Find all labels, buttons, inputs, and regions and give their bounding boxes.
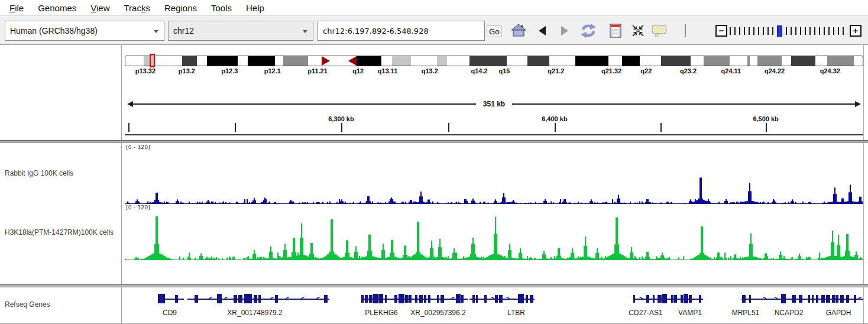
exon[interactable]	[495, 295, 498, 303]
exon[interactable]	[275, 295, 278, 303]
exon[interactable]	[658, 295, 662, 303]
exon[interactable]	[671, 295, 673, 303]
menu-help[interactable]: Help	[239, 3, 271, 13]
exon[interactable]	[854, 295, 856, 303]
refresh-button[interactable]	[579, 23, 597, 38]
exon[interactable]	[378, 294, 383, 303]
chromosome-ideogram[interactable]	[125, 56, 863, 66]
exon[interactable]	[244, 294, 252, 303]
exon[interactable]	[158, 294, 165, 303]
exon[interactable]	[681, 295, 683, 303]
exon[interactable]	[684, 294, 688, 303]
menu-tracks[interactable]: Tracks	[116, 3, 157, 13]
zoom-tick[interactable]	[739, 27, 740, 35]
exon[interactable]	[781, 294, 786, 303]
exon[interactable]	[821, 295, 825, 303]
exon[interactable]	[195, 295, 198, 303]
forward-button[interactable]	[556, 23, 574, 38]
tooltip-behavior-button[interactable]	[650, 23, 668, 38]
exon[interactable]	[808, 295, 810, 303]
exon[interactable]	[254, 295, 257, 303]
exon[interactable]	[419, 295, 423, 303]
exon[interactable]	[662, 294, 667, 303]
back-button[interactable]	[533, 23, 551, 38]
zoom-tick[interactable]	[730, 27, 731, 35]
menu-tools[interactable]: Tools	[204, 3, 239, 13]
exon[interactable]	[526, 295, 528, 303]
zoom-tick[interactable]	[734, 27, 736, 35]
exon[interactable]	[409, 295, 412, 303]
zoom-slider-thumb[interactable]	[777, 25, 782, 37]
exon[interactable]	[832, 295, 835, 303]
fit-to-window-button[interactable]	[629, 23, 647, 38]
exon[interactable]	[530, 295, 533, 303]
coverage-track-rabbit-igg[interactable]	[125, 149, 864, 204]
zoom-tick[interactable]	[819, 27, 820, 35]
exon[interactable]	[461, 295, 464, 303]
zoom-tick[interactable]	[744, 27, 745, 35]
exon[interactable]	[365, 295, 368, 303]
exon[interactable]	[840, 295, 844, 303]
current-region-marker[interactable]	[150, 54, 155, 67]
region-navigator-button[interactable]	[607, 23, 624, 38]
exon[interactable]	[234, 295, 237, 303]
exon[interactable]	[846, 295, 849, 303]
track-name-rabbit-igg[interactable]: Rabbit IgG 100K cells	[5, 169, 73, 177]
zoom-tick[interactable]	[838, 27, 839, 35]
zoom-slider[interactable]: − +	[715, 24, 861, 38]
exon[interactable]	[836, 295, 838, 303]
zoom-tick[interactable]	[758, 27, 759, 35]
zoom-tick-track[interactable]	[730, 25, 847, 37]
exon[interactable]	[742, 295, 746, 303]
genome-select[interactable]: Human (GRCh38/hg38)	[5, 21, 164, 41]
zoom-tick[interactable]	[753, 27, 754, 35]
exon[interactable]	[749, 295, 751, 303]
menu-genomes[interactable]: Genomes	[31, 3, 83, 13]
exon[interactable]	[653, 295, 655, 303]
exon[interactable]	[217, 294, 222, 303]
exon[interactable]	[369, 295, 373, 303]
exon[interactable]	[394, 295, 397, 303]
exon[interactable]	[238, 295, 242, 303]
zoom-tick[interactable]	[809, 27, 811, 35]
exon[interactable]	[699, 295, 701, 303]
menu-file[interactable]: File	[2, 3, 31, 13]
exon[interactable]	[437, 295, 439, 303]
zoom-in-button[interactable]: +	[850, 25, 861, 37]
exon[interactable]	[674, 295, 677, 303]
coverage-track-h3k18la[interactable]	[125, 208, 864, 260]
locus-input[interactable]	[318, 21, 485, 41]
exon[interactable]	[476, 295, 478, 303]
exon[interactable]	[399, 294, 404, 303]
exon[interactable]	[816, 295, 818, 303]
exon[interactable]	[518, 294, 524, 303]
exon[interactable]	[258, 295, 261, 303]
exon[interactable]	[428, 295, 430, 303]
exon[interactable]	[484, 295, 487, 303]
exon[interactable]	[361, 295, 364, 303]
exon[interactable]	[424, 295, 426, 303]
zoom-tick[interactable]	[767, 27, 769, 35]
exon[interactable]	[456, 294, 461, 303]
exon[interactable]	[633, 295, 635, 303]
exon[interactable]	[499, 295, 503, 303]
zoom-tick[interactable]	[763, 27, 764, 35]
refseq-genes-track[interactable]: CD9<<<<<<XR_001748979.2PLEKHG6<XR_002957…	[125, 287, 864, 324]
exon[interactable]	[689, 295, 692, 303]
exon[interactable]	[415, 295, 417, 303]
zoom-tick[interactable]	[824, 27, 825, 35]
zoom-tick[interactable]	[786, 27, 787, 35]
exon[interactable]	[441, 295, 444, 303]
zoom-tick[interactable]	[749, 27, 750, 35]
zoom-tick[interactable]	[843, 27, 844, 35]
go-button[interactable]: Go	[487, 25, 502, 37]
exon[interactable]	[324, 295, 328, 303]
exon[interactable]	[472, 295, 475, 303]
home-button[interactable]	[510, 23, 527, 38]
exon[interactable]	[385, 295, 387, 303]
exon[interactable]	[826, 295, 830, 303]
exon[interactable]	[792, 295, 796, 303]
zoom-tick[interactable]	[795, 27, 796, 35]
exon[interactable]	[646, 295, 649, 303]
zoom-tick[interactable]	[828, 27, 830, 35]
